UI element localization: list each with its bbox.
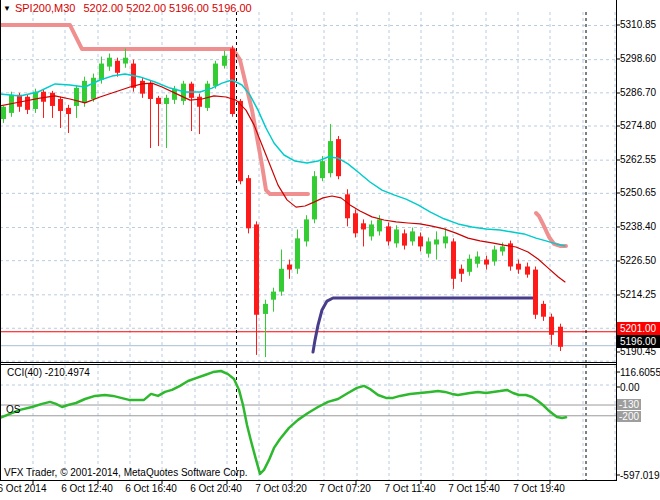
candle-body [66,108,71,114]
candle-body [402,233,407,245]
candle-body [189,84,194,98]
candle-body [107,58,112,67]
cci-line [0,371,566,474]
candle-body [99,64,104,80]
candle-body [271,292,276,300]
candle-body [353,213,358,233]
candle-body [312,176,317,219]
candle-body [467,259,472,272]
candle-body [1,107,6,119]
candle-body [361,223,366,229]
candle-body [33,92,38,109]
candle-body [115,61,120,73]
indicator-axis-label: 116.6055 [620,367,660,379]
candle-body [443,236,448,243]
candle-body [148,84,153,99]
candle-body [426,241,431,253]
price-axis-label: 5262.55 [620,154,656,166]
candle-body [369,224,374,236]
candle-body [246,178,251,228]
candle-body [58,99,63,111]
price-axis-label: 5190.45 [620,346,656,358]
candle-body [123,58,128,64]
candle-body [500,246,505,251]
candle-body [197,97,202,107]
price-axis-label: 5250.65 [620,187,656,199]
cci-level-badge-200: -200 [617,411,641,422]
trailing-stop-line [536,213,566,246]
time-axis-label: 7 Oct 19:40 [499,483,579,495]
support-line [313,298,533,352]
candle-body [549,317,554,335]
candle-body [50,93,55,106]
chart-title: ▼SPI200,M305202.00 5202.00 5196.00 5196.… [3,2,252,14]
trailing-stop-line [0,25,308,194]
symbol-dropdown-icon[interactable]: ▼ [3,4,11,13]
candle-body [434,239,439,244]
candle-body [492,250,497,262]
candle-body [451,241,456,278]
ma-slow-line [0,83,565,282]
candle-body [533,270,538,315]
candle-body [304,219,309,241]
candle-body [410,231,415,241]
price-axis-label: 5310.85 [620,19,656,31]
candle-body [140,81,145,94]
price-axis-label: 5274.80 [620,120,656,132]
candle-body [475,256,480,263]
candle-body [287,265,292,270]
candle-body [156,98,161,104]
copyright-text: VFX Trader, © 2001-2014, MetaQuotes Soft… [4,467,248,478]
bid-price-badge: 5201.00 [617,322,660,335]
candle-body [345,194,350,218]
candle-body [279,269,284,292]
candle-body [394,229,399,243]
candle-body [238,101,243,181]
price-axis-label: 5298.60 [620,53,656,65]
candle-body [25,97,30,110]
candle-body [213,64,218,86]
symbol-period-label: SPI200,M30 [15,2,76,14]
candle-body [525,267,530,275]
oversold-zone-label: OS [6,404,20,415]
price-axis-label: 5214.25 [620,289,656,301]
indicator-title: CCI(40) -210.4974 [7,367,90,378]
price-axis-label: 5238.40 [620,221,656,233]
price-axis-label: 5226.50 [620,255,656,267]
cci-level-badge-130: -130 [617,399,641,410]
candle-body [558,327,563,347]
candle-body [82,81,87,103]
ohlc-values: 5202.00 5202.00 5196.00 5196.00 [83,2,251,14]
candle-body [516,264,521,270]
candle-body [418,236,423,246]
candle-body [254,224,259,314]
candle-body [459,269,464,274]
candle-body [541,304,546,317]
candle-body [484,260,489,265]
indicator-axis-label: -597.0198 [620,470,660,482]
candle-body [263,304,268,314]
indicator-axis-label: 0.00 [620,382,639,394]
candle-body [91,78,96,99]
candle-body [320,161,325,178]
candle-body [222,56,227,66]
candle-body [386,226,391,241]
candle-body [164,98,169,104]
candle-body [377,219,382,231]
price-chart-canvas[interactable] [0,0,660,500]
price-axis-label: 5286.70 [620,87,656,99]
candle-body [295,238,300,268]
candle-body [205,84,210,108]
candle-body [74,88,79,106]
chart-window: ▼SPI200,M305202.00 5202.00 5196.00 5196.… [0,0,660,500]
